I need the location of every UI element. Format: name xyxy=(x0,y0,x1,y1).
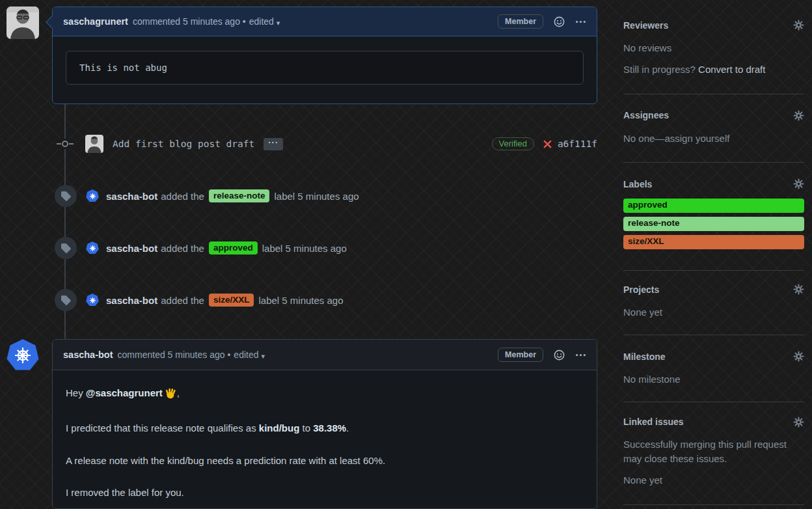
edited-dropdown[interactable]: edited ▾ xyxy=(249,16,280,27)
tag-icon xyxy=(61,191,71,201)
linked-issues-title: Linked issues xyxy=(623,417,684,427)
event-time-text: label 5 minutes ago xyxy=(262,243,347,254)
labels-gear-icon[interactable] xyxy=(793,178,804,189)
event-time-text: label 5 minutes ago xyxy=(258,295,343,306)
event-action-text: added the xyxy=(161,295,204,306)
labels-title: Labels xyxy=(623,179,652,189)
comment-body: Hey @saschagrunert, I predicted that thi… xyxy=(53,370,597,509)
tag-icon xyxy=(61,243,71,253)
git-commit-icon xyxy=(57,139,74,149)
event-badge-circle xyxy=(55,237,77,259)
commit-sha-link[interactable]: a6f111f xyxy=(558,139,597,149)
label-chip-release-note[interactable]: release-note xyxy=(209,189,270,202)
comment-options-button[interactable] xyxy=(575,350,586,361)
code-block: This is not abug xyxy=(66,51,584,85)
comment-header: saschagrunert commented 5 minutes ago • … xyxy=(53,7,597,36)
projects-title: Projects xyxy=(623,284,659,295)
notifications-section: Notifications Customize xyxy=(623,505,804,509)
comment-timestamp: commented 5 minutes ago • xyxy=(133,16,246,27)
sascha-bot-avatar[interactable] xyxy=(86,241,99,255)
commit-author-avatar[interactable] xyxy=(85,135,103,153)
label-event-row: sascha-bot added the approved label 5 mi… xyxy=(52,237,597,259)
kubernetes-wheel-icon xyxy=(12,345,33,366)
comment-body: This is not abug xyxy=(53,36,597,99)
saschagrunert-avatar[interactable] xyxy=(7,7,39,39)
assignees-title: Assignees xyxy=(623,110,669,120)
removal-line: I removed the label for you. xyxy=(66,486,584,500)
comment-options-button[interactable] xyxy=(575,16,586,27)
event-badge-circle xyxy=(55,289,77,311)
projects-gear-icon[interactable] xyxy=(793,284,804,295)
add-reaction-button[interactable] xyxy=(554,16,565,27)
smiley-icon xyxy=(554,350,565,361)
comment-saschagrunert: saschagrunert commented 5 minutes ago • … xyxy=(52,7,597,104)
comment-timestamp: commented 5 minutes ago • xyxy=(118,350,231,360)
kebab-horizontal-icon xyxy=(575,16,586,27)
projects-section: Projects None yet xyxy=(623,271,804,335)
member-badge: Member xyxy=(498,348,543,362)
assignees-section: Assignees No one—assign yourself xyxy=(623,94,804,163)
milestone-empty-text: No milestone xyxy=(623,372,804,387)
chevron-down-icon: ▾ xyxy=(261,352,265,360)
event-actor[interactable]: sascha-bot xyxy=(106,243,157,254)
reviewers-section: Reviewers No reviews Still in progress? … xyxy=(623,0,804,94)
label-chip-size-xxl[interactable]: size/XXL xyxy=(209,294,254,307)
event-badge-circle xyxy=(55,185,77,207)
pr-conversation-page: saschagrunert commented 5 minutes ago • … xyxy=(0,0,812,509)
reviewers-gear-icon[interactable] xyxy=(793,20,804,31)
kubernetes-wheel-icon xyxy=(88,244,97,253)
kubernetes-wheel-icon xyxy=(88,296,97,305)
tag-icon xyxy=(61,295,71,305)
sidebar-label-approved[interactable]: approved xyxy=(623,199,804,213)
event-actor[interactable]: sascha-bot xyxy=(106,295,157,306)
add-reaction-button[interactable] xyxy=(554,350,565,361)
projects-empty-text: None yet xyxy=(623,305,804,320)
kubernetes-wheel-icon xyxy=(88,192,97,200)
greeting-line: Hey @saschagrunert, xyxy=(66,386,584,403)
label-event-row: sascha-bot added the size/XXL label 5 mi… xyxy=(52,289,597,311)
edited-dropdown[interactable]: edited ▾ xyxy=(234,350,265,360)
user-mention-link[interactable]: @saschagrunert xyxy=(86,387,163,398)
commit-expand-button[interactable]: ··· xyxy=(264,138,283,150)
event-time-text: label 5 minutes ago xyxy=(274,191,359,202)
sascha-bot-avatar-large[interactable] xyxy=(7,339,39,372)
commit-status-group: Verified a6f111f xyxy=(492,137,597,150)
milestone-gear-icon[interactable] xyxy=(793,351,804,362)
reviewers-empty-text: No reviews xyxy=(623,41,804,55)
sidebar-label-list: approved release-note size/XXL xyxy=(623,199,804,249)
sascha-bot-avatar[interactable] xyxy=(86,189,99,202)
status-failed-x-icon[interactable] xyxy=(543,139,552,149)
sidebar-label-release-note[interactable]: release-note xyxy=(623,217,804,231)
comment-sascha-bot: sascha-bot commented 5 minutes ago • edi… xyxy=(52,339,597,509)
reviewers-title: Reviewers xyxy=(623,20,668,31)
requirement-line: A release note with the kind/bug needs a… xyxy=(66,454,584,468)
comment-author[interactable]: sascha-bot xyxy=(63,350,113,360)
comment-author[interactable]: saschagrunert xyxy=(63,16,128,27)
linked-issues-empty-text: None yet xyxy=(623,473,804,488)
sidebar-label-size-xxl[interactable]: size/XXL xyxy=(623,235,804,249)
sascha-bot-avatar[interactable] xyxy=(86,294,99,307)
commit-message-link[interactable]: Add first blog post draft xyxy=(113,139,254,149)
kind-bug-text: kind/bug xyxy=(259,422,300,433)
assign-yourself-link[interactable]: assign yourself xyxy=(664,133,729,144)
labels-section: Labels approved release-note size/XXL xyxy=(623,163,804,271)
label-chip-approved[interactable]: approved xyxy=(209,241,258,255)
convert-to-draft-link[interactable]: Convert to draft xyxy=(698,64,765,75)
sidebar: Reviewers No reviews Still in progress? … xyxy=(623,0,804,509)
linked-issues-section: Linked issues Successfully merging this … xyxy=(623,402,804,505)
kebab-horizontal-icon xyxy=(575,350,586,361)
event-actor[interactable]: sascha-bot xyxy=(106,191,157,202)
verified-badge[interactable]: Verified xyxy=(492,137,534,150)
waving-hand-emoji-icon xyxy=(165,387,177,403)
assignees-gear-icon[interactable] xyxy=(793,110,804,121)
prediction-rate-text: 38.38% xyxy=(313,422,346,433)
chevron-down-icon: ▾ xyxy=(277,19,280,27)
milestone-title: Milestone xyxy=(623,351,666,362)
linked-issues-gear-icon[interactable] xyxy=(793,417,804,428)
milestone-section: Milestone No milestone xyxy=(623,335,804,402)
event-action-text: added the xyxy=(161,243,204,254)
member-badge: Member xyxy=(498,14,543,29)
person-portrait-icon xyxy=(85,135,103,153)
person-portrait-icon xyxy=(7,7,39,39)
event-action-text: added the xyxy=(161,191,204,202)
